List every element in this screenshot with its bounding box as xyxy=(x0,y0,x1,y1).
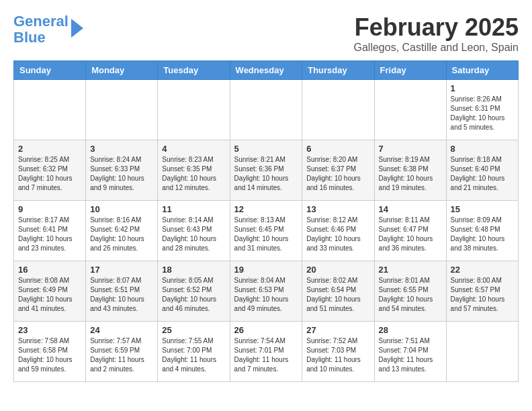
calendar-cell: 8Sunrise: 8:18 AM Sunset: 6:40 PM Daylig… xyxy=(446,140,518,201)
calendar-cell xyxy=(374,80,446,140)
calendar-cell: 4Sunrise: 8:23 AM Sunset: 6:35 PM Daylig… xyxy=(158,140,230,201)
logo-arrow-icon xyxy=(71,19,83,38)
day-info: Sunrise: 8:12 AM Sunset: 6:46 PM Dayligh… xyxy=(306,216,369,253)
calendar-cell: 14Sunrise: 8:11 AM Sunset: 6:47 PM Dayli… xyxy=(374,201,446,261)
calendar-cell xyxy=(446,322,518,382)
day-number: 28 xyxy=(379,325,442,335)
day-info: Sunrise: 8:14 AM Sunset: 6:43 PM Dayligh… xyxy=(162,216,225,253)
day-number: 5 xyxy=(234,144,298,154)
day-number: 19 xyxy=(234,265,298,275)
day-number: 6 xyxy=(306,144,369,154)
day-number: 8 xyxy=(451,144,514,154)
calendar-cell: 17Sunrise: 8:07 AM Sunset: 6:51 PM Dayli… xyxy=(86,261,158,322)
day-number: 13 xyxy=(306,204,369,214)
calendar-cell: 28Sunrise: 7:51 AM Sunset: 7:04 PM Dayli… xyxy=(374,322,446,382)
day-info: Sunrise: 8:25 AM Sunset: 6:32 PM Dayligh… xyxy=(18,155,81,193)
location-subtitle: Gallegos, Castille and Leon, Spain xyxy=(354,42,519,54)
day-number: 11 xyxy=(162,204,225,214)
day-number: 14 xyxy=(379,204,442,214)
calendar-cell: 11Sunrise: 8:14 AM Sunset: 6:43 PM Dayli… xyxy=(158,201,230,261)
logo-general: General xyxy=(13,13,69,30)
day-number: 10 xyxy=(90,204,153,214)
day-number: 7 xyxy=(379,144,442,154)
day-number: 23 xyxy=(18,325,81,335)
calendar-cell xyxy=(14,80,86,140)
weekday-header-friday: Friday xyxy=(374,61,446,80)
weekday-header-thursday: Thursday xyxy=(302,61,374,80)
month-title: February 2025 xyxy=(354,13,519,42)
calendar-cell: 26Sunrise: 7:54 AM Sunset: 7:01 PM Dayli… xyxy=(230,322,302,382)
calendar-table: SundayMondayTuesdayWednesdayThursdayFrid… xyxy=(13,60,519,382)
day-number: 22 xyxy=(451,265,514,275)
calendar-cell: 7Sunrise: 8:19 AM Sunset: 6:38 PM Daylig… xyxy=(374,140,446,201)
calendar-cell xyxy=(158,80,230,140)
logo-text: General Blue xyxy=(13,13,69,46)
day-number: 1 xyxy=(451,83,514,93)
day-info: Sunrise: 8:07 AM Sunset: 6:51 PM Dayligh… xyxy=(90,276,153,314)
day-info: Sunrise: 7:52 AM Sunset: 7:03 PM Dayligh… xyxy=(306,336,369,374)
day-number: 17 xyxy=(90,265,153,275)
calendar-cell: 27Sunrise: 7:52 AM Sunset: 7:03 PM Dayli… xyxy=(302,322,374,382)
day-info: Sunrise: 8:19 AM Sunset: 6:38 PM Dayligh… xyxy=(379,155,442,193)
day-info: Sunrise: 8:00 AM Sunset: 6:57 PM Dayligh… xyxy=(451,276,514,314)
day-info: Sunrise: 7:58 AM Sunset: 6:58 PM Dayligh… xyxy=(18,336,81,374)
weekday-header-saturday: Saturday xyxy=(446,61,518,80)
calendar-cell: 21Sunrise: 8:01 AM Sunset: 6:55 PM Dayli… xyxy=(374,261,446,322)
calendar-cell: 1Sunrise: 8:26 AM Sunset: 6:31 PM Daylig… xyxy=(446,80,518,140)
calendar-cell: 6Sunrise: 8:20 AM Sunset: 6:37 PM Daylig… xyxy=(302,140,374,201)
day-number: 16 xyxy=(18,265,81,275)
day-info: Sunrise: 8:24 AM Sunset: 6:33 PM Dayligh… xyxy=(90,155,153,193)
page-header: General Blue February 2025 Gallegos, Cas… xyxy=(13,13,519,54)
calendar-week-3: 9Sunrise: 8:17 AM Sunset: 6:41 PM Daylig… xyxy=(14,201,519,261)
calendar-cell: 15Sunrise: 8:09 AM Sunset: 6:48 PM Dayli… xyxy=(446,201,518,261)
day-info: Sunrise: 8:02 AM Sunset: 6:54 PM Dayligh… xyxy=(306,276,369,314)
calendar-cell: 18Sunrise: 8:05 AM Sunset: 6:52 PM Dayli… xyxy=(158,261,230,322)
weekday-header-sunday: Sunday xyxy=(14,61,86,80)
weekday-header-tuesday: Tuesday xyxy=(158,61,230,80)
weekday-header-row: SundayMondayTuesdayWednesdayThursdayFrid… xyxy=(14,61,519,80)
calendar-week-5: 23Sunrise: 7:58 AM Sunset: 6:58 PM Dayli… xyxy=(14,322,519,382)
calendar-cell: 5Sunrise: 8:21 AM Sunset: 6:36 PM Daylig… xyxy=(230,140,302,201)
calendar-cell xyxy=(86,80,158,140)
calendar-cell: 10Sunrise: 8:16 AM Sunset: 6:42 PM Dayli… xyxy=(86,201,158,261)
day-info: Sunrise: 8:04 AM Sunset: 6:53 PM Dayligh… xyxy=(234,276,298,314)
calendar-cell: 12Sunrise: 8:13 AM Sunset: 6:45 PM Dayli… xyxy=(230,201,302,261)
calendar-cell: 3Sunrise: 8:24 AM Sunset: 6:33 PM Daylig… xyxy=(86,140,158,201)
day-info: Sunrise: 8:11 AM Sunset: 6:47 PM Dayligh… xyxy=(379,216,442,253)
calendar-week-4: 16Sunrise: 8:08 AM Sunset: 6:49 PM Dayli… xyxy=(14,261,519,322)
calendar-week-1: 1Sunrise: 8:26 AM Sunset: 6:31 PM Daylig… xyxy=(14,80,519,140)
calendar-cell: 24Sunrise: 7:57 AM Sunset: 6:59 PM Dayli… xyxy=(86,322,158,382)
day-info: Sunrise: 8:09 AM Sunset: 6:48 PM Dayligh… xyxy=(451,216,514,253)
calendar-cell: 2Sunrise: 8:25 AM Sunset: 6:32 PM Daylig… xyxy=(14,140,86,201)
calendar-cell xyxy=(230,80,302,140)
day-number: 2 xyxy=(18,144,81,154)
calendar-cell: 22Sunrise: 8:00 AM Sunset: 6:57 PM Dayli… xyxy=(446,261,518,322)
calendar-cell: 13Sunrise: 8:12 AM Sunset: 6:46 PM Dayli… xyxy=(302,201,374,261)
logo-blue: Blue xyxy=(13,29,46,46)
day-info: Sunrise: 8:23 AM Sunset: 6:35 PM Dayligh… xyxy=(162,155,225,193)
day-info: Sunrise: 7:51 AM Sunset: 7:04 PM Dayligh… xyxy=(379,336,442,374)
day-info: Sunrise: 8:01 AM Sunset: 6:55 PM Dayligh… xyxy=(379,276,442,314)
calendar-cell: 19Sunrise: 8:04 AM Sunset: 6:53 PM Dayli… xyxy=(230,261,302,322)
day-number: 27 xyxy=(306,325,369,335)
calendar-cell: 25Sunrise: 7:55 AM Sunset: 7:00 PM Dayli… xyxy=(158,322,230,382)
day-number: 25 xyxy=(162,325,225,335)
logo: General Blue xyxy=(13,13,83,46)
day-info: Sunrise: 8:13 AM Sunset: 6:45 PM Dayligh… xyxy=(234,216,298,253)
day-number: 26 xyxy=(234,325,298,335)
day-info: Sunrise: 7:55 AM Sunset: 7:00 PM Dayligh… xyxy=(162,336,225,374)
calendar-cell: 20Sunrise: 8:02 AM Sunset: 6:54 PM Dayli… xyxy=(302,261,374,322)
day-info: Sunrise: 8:20 AM Sunset: 6:37 PM Dayligh… xyxy=(306,155,369,193)
day-info: Sunrise: 8:26 AM Sunset: 6:31 PM Dayligh… xyxy=(451,95,514,132)
title-block: February 2025 Gallegos, Castille and Leo… xyxy=(354,13,519,54)
day-number: 12 xyxy=(234,204,298,214)
day-number: 24 xyxy=(90,325,153,335)
day-info: Sunrise: 7:54 AM Sunset: 7:01 PM Dayligh… xyxy=(234,336,298,374)
day-info: Sunrise: 8:16 AM Sunset: 6:42 PM Dayligh… xyxy=(90,216,153,253)
weekday-header-wednesday: Wednesday xyxy=(230,61,302,80)
day-info: Sunrise: 8:05 AM Sunset: 6:52 PM Dayligh… xyxy=(162,276,225,314)
day-info: Sunrise: 8:08 AM Sunset: 6:49 PM Dayligh… xyxy=(18,276,81,314)
day-number: 15 xyxy=(451,204,514,214)
day-number: 18 xyxy=(162,265,225,275)
calendar-cell: 9Sunrise: 8:17 AM Sunset: 6:41 PM Daylig… xyxy=(14,201,86,261)
